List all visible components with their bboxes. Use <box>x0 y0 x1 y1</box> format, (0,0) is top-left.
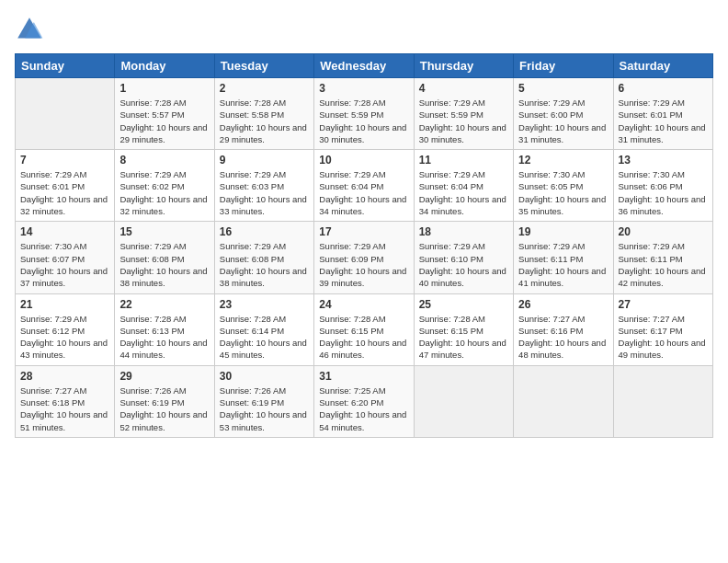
day-info: Sunrise: 7:29 AMSunset: 6:12 PMDaylight:… <box>20 313 109 362</box>
day-info: Sunrise: 7:29 AMSunset: 6:03 PMDaylight:… <box>220 168 309 217</box>
day-number: 4 <box>419 82 508 95</box>
day-number: 27 <box>619 298 708 311</box>
day-info: Sunrise: 7:30 AMSunset: 6:06 PMDaylight:… <box>619 168 708 217</box>
day-info: Sunrise: 7:29 AMSunset: 6:08 PMDaylight:… <box>119 240 209 289</box>
calendar-week-row: 14Sunrise: 7:30 AMSunset: 6:07 PMDayligh… <box>16 222 713 293</box>
day-number: 16 <box>220 225 309 238</box>
calendar-cell: 26Sunrise: 7:27 AMSunset: 6:16 PMDayligh… <box>514 293 613 365</box>
day-number: 29 <box>119 370 209 383</box>
calendar-cell: 2Sunrise: 7:28 AMSunset: 5:58 PMDaylight… <box>214 78 313 150</box>
day-info: Sunrise: 7:29 AMSunset: 6:00 PMDaylight:… <box>518 97 608 145</box>
logo-icon <box>15 15 44 44</box>
day-number: 14 <box>20 225 109 238</box>
day-number: 13 <box>619 154 708 167</box>
calendar-week-row: 1Sunrise: 7:28 AMSunset: 5:57 PMDaylight… <box>16 78 713 150</box>
calendar-cell: 25Sunrise: 7:28 AMSunset: 6:15 PMDayligh… <box>414 293 513 365</box>
day-number: 20 <box>619 225 708 238</box>
calendar-cell: 1Sunrise: 7:28 AMSunset: 5:57 PMDaylight… <box>115 78 214 150</box>
day-number: 9 <box>220 154 309 167</box>
weekday-header-monday: Monday <box>115 54 214 78</box>
calendar-cell: 23Sunrise: 7:28 AMSunset: 6:14 PMDayligh… <box>214 293 313 365</box>
day-info: Sunrise: 7:30 AMSunset: 6:07 PMDaylight:… <box>20 240 109 289</box>
day-number: 11 <box>419 154 508 167</box>
calendar-cell: 15Sunrise: 7:29 AMSunset: 6:08 PMDayligh… <box>115 222 214 293</box>
calendar-cell: 4Sunrise: 7:29 AMSunset: 5:59 PMDaylight… <box>414 78 513 150</box>
day-number: 21 <box>20 298 109 311</box>
calendar-cell <box>514 365 613 437</box>
calendar-cell: 31Sunrise: 7:25 AMSunset: 6:20 PMDayligh… <box>314 365 414 437</box>
weekday-header-tuesday: Tuesday <box>214 54 313 78</box>
day-number: 6 <box>619 82 708 95</box>
day-number: 17 <box>319 225 408 238</box>
weekday-header-friday: Friday <box>514 54 613 78</box>
day-info: Sunrise: 7:29 AMSunset: 6:11 PMDaylight:… <box>518 240 608 289</box>
calendar-cell: 24Sunrise: 7:28 AMSunset: 6:15 PMDayligh… <box>314 293 414 365</box>
day-info: Sunrise: 7:29 AMSunset: 6:11 PMDaylight:… <box>619 240 708 289</box>
day-number: 3 <box>319 82 408 95</box>
day-number: 18 <box>419 225 508 238</box>
calendar-cell: 18Sunrise: 7:29 AMSunset: 6:10 PMDayligh… <box>414 222 513 293</box>
day-info: Sunrise: 7:28 AMSunset: 6:15 PMDaylight:… <box>419 313 508 362</box>
day-info: Sunrise: 7:28 AMSunset: 6:14 PMDaylight:… <box>220 313 309 362</box>
weekday-header-thursday: Thursday <box>414 54 513 78</box>
weekday-header-saturday: Saturday <box>613 54 712 78</box>
day-info: Sunrise: 7:27 AMSunset: 6:16 PMDaylight:… <box>518 313 608 362</box>
day-number: 5 <box>518 82 608 95</box>
calendar-cell: 22Sunrise: 7:28 AMSunset: 6:13 PMDayligh… <box>115 293 214 365</box>
calendar-cell: 30Sunrise: 7:26 AMSunset: 6:19 PMDayligh… <box>214 365 313 437</box>
calendar-container: SundayMondayTuesdayWednesdayThursdayFrid… <box>0 0 728 563</box>
day-info: Sunrise: 7:26 AMSunset: 6:19 PMDaylight:… <box>220 385 309 433</box>
day-number: 23 <box>220 298 309 311</box>
calendar-cell <box>414 365 513 437</box>
header <box>15 15 713 44</box>
day-info: Sunrise: 7:29 AMSunset: 6:02 PMDaylight:… <box>119 168 209 217</box>
calendar-cell: 7Sunrise: 7:29 AMSunset: 6:01 PMDaylight… <box>16 150 115 222</box>
day-info: Sunrise: 7:28 AMSunset: 6:15 PMDaylight:… <box>319 313 408 362</box>
calendar-week-row: 7Sunrise: 7:29 AMSunset: 6:01 PMDaylight… <box>16 150 713 222</box>
calendar-cell: 3Sunrise: 7:28 AMSunset: 5:59 PMDaylight… <box>314 78 414 150</box>
calendar-cell: 5Sunrise: 7:29 AMSunset: 6:00 PMDaylight… <box>514 78 613 150</box>
day-number: 10 <box>319 154 408 167</box>
day-number: 1 <box>119 82 209 95</box>
day-info: Sunrise: 7:29 AMSunset: 6:10 PMDaylight:… <box>419 240 508 289</box>
calendar-week-row: 21Sunrise: 7:29 AMSunset: 6:12 PMDayligh… <box>16 293 713 365</box>
weekday-header-sunday: Sunday <box>16 54 115 78</box>
day-info: Sunrise: 7:28 AMSunset: 5:59 PMDaylight:… <box>319 97 408 145</box>
calendar-cell: 10Sunrise: 7:29 AMSunset: 6:04 PMDayligh… <box>314 150 414 222</box>
day-info: Sunrise: 7:29 AMSunset: 6:09 PMDaylight:… <box>319 240 408 289</box>
calendar-cell <box>613 365 712 437</box>
day-number: 28 <box>20 370 109 383</box>
day-number: 7 <box>20 154 109 167</box>
day-info: Sunrise: 7:28 AMSunset: 5:57 PMDaylight:… <box>119 97 209 145</box>
calendar-cell: 20Sunrise: 7:29 AMSunset: 6:11 PMDayligh… <box>613 222 712 293</box>
day-number: 15 <box>119 225 209 238</box>
calendar-cell: 8Sunrise: 7:29 AMSunset: 6:02 PMDaylight… <box>115 150 214 222</box>
day-info: Sunrise: 7:29 AMSunset: 6:01 PMDaylight:… <box>619 97 708 145</box>
calendar-cell: 19Sunrise: 7:29 AMSunset: 6:11 PMDayligh… <box>514 222 613 293</box>
day-number: 2 <box>220 82 309 95</box>
day-info: Sunrise: 7:26 AMSunset: 6:19 PMDaylight:… <box>119 385 209 433</box>
calendar-cell: 12Sunrise: 7:30 AMSunset: 6:05 PMDayligh… <box>514 150 613 222</box>
day-info: Sunrise: 7:30 AMSunset: 6:05 PMDaylight:… <box>518 168 608 217</box>
calendar-cell: 21Sunrise: 7:29 AMSunset: 6:12 PMDayligh… <box>16 293 115 365</box>
day-info: Sunrise: 7:25 AMSunset: 6:20 PMDaylight:… <box>319 385 408 433</box>
day-info: Sunrise: 7:29 AMSunset: 6:04 PMDaylight:… <box>319 168 408 217</box>
day-info: Sunrise: 7:29 AMSunset: 6:01 PMDaylight:… <box>20 168 109 217</box>
day-number: 8 <box>119 154 209 167</box>
calendar-cell: 11Sunrise: 7:29 AMSunset: 6:04 PMDayligh… <box>414 150 513 222</box>
day-info: Sunrise: 7:29 AMSunset: 6:08 PMDaylight:… <box>220 240 309 289</box>
calendar-table: SundayMondayTuesdayWednesdayThursdayFrid… <box>15 53 713 438</box>
calendar-cell: 17Sunrise: 7:29 AMSunset: 6:09 PMDayligh… <box>314 222 414 293</box>
day-info: Sunrise: 7:28 AMSunset: 5:58 PMDaylight:… <box>220 97 309 145</box>
calendar-cell: 13Sunrise: 7:30 AMSunset: 6:06 PMDayligh… <box>613 150 712 222</box>
day-info: Sunrise: 7:27 AMSunset: 6:18 PMDaylight:… <box>20 385 109 433</box>
weekday-header-row: SundayMondayTuesdayWednesdayThursdayFrid… <box>16 54 713 78</box>
calendar-cell: 27Sunrise: 7:27 AMSunset: 6:17 PMDayligh… <box>613 293 712 365</box>
day-info: Sunrise: 7:29 AMSunset: 6:04 PMDaylight:… <box>419 168 508 217</box>
calendar-cell <box>16 78 115 150</box>
calendar-cell: 9Sunrise: 7:29 AMSunset: 6:03 PMDaylight… <box>214 150 313 222</box>
day-number: 26 <box>518 298 608 311</box>
day-info: Sunrise: 7:27 AMSunset: 6:17 PMDaylight:… <box>619 313 708 362</box>
day-number: 24 <box>319 298 408 311</box>
day-number: 30 <box>220 370 309 383</box>
